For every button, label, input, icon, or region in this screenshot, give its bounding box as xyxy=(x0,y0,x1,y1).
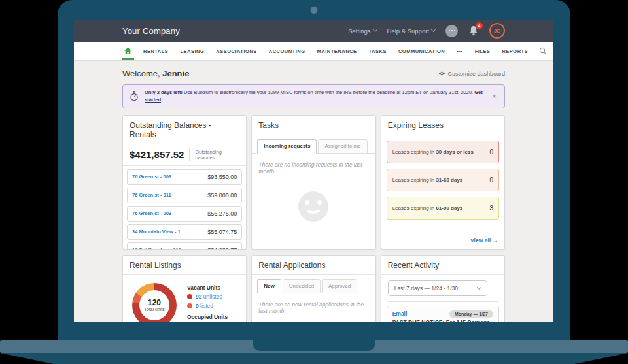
card-title: Rental Applications xyxy=(252,256,375,275)
settings-menu[interactable]: Settings xyxy=(348,27,376,35)
balance-amount: $93,550.00 xyxy=(207,174,237,180)
customize-dashboard-button[interactable]: Customize dashboard xyxy=(439,71,505,77)
total-units-value: 120 xyxy=(148,298,161,307)
welcome-heading: Welcome, Jennie xyxy=(122,69,189,78)
notifications-button[interactable]: 4 xyxy=(468,25,479,37)
property-link[interactable]: 13 Tall Tree Ave - 210 xyxy=(132,247,181,250)
property-link[interactable]: 76 Green st - 011 xyxy=(132,192,171,198)
table-row[interactable]: 13 Tall Tree Ave - 210 $34,932.77 xyxy=(127,242,242,250)
laptop-foot xyxy=(0,353,628,364)
balances-summary: $421,857.52 Outstanding balances xyxy=(123,144,246,166)
tab-new[interactable]: New xyxy=(257,279,281,293)
total-balance-label: Outstanding balances xyxy=(189,149,239,161)
chevron-down-icon xyxy=(431,27,436,32)
nav-item-communication[interactable]: COMMUNICATION xyxy=(392,42,451,60)
customize-label: Customize dashboard xyxy=(447,71,505,77)
filter-value: Last 7 days — 1/24 - 1/30 xyxy=(394,285,458,291)
nav-item-leasing[interactable]: LEASING xyxy=(174,42,210,60)
nav-item-tasks[interactable]: TASKS xyxy=(363,42,392,60)
nav-item-reports[interactable]: REPORTS xyxy=(496,42,534,60)
stopwatch-icon xyxy=(130,91,139,101)
deadline-alert-banner: Only 2 days left! Use Buildium to electr… xyxy=(122,84,505,108)
main-nav: RENTALS LEASING ASSOCIATIONS ACCOUNTING … xyxy=(74,42,553,61)
close-icon[interactable]: × xyxy=(491,93,498,100)
balance-amount: $59,800.00 xyxy=(207,192,237,199)
table-row[interactable]: 76 Green st - 009 $93,550.00 xyxy=(127,169,242,185)
units-donut-chart: 120 Total units xyxy=(132,283,177,322)
legend-group-title: Vacant Units xyxy=(187,284,228,291)
tab-undecided[interactable]: Undecided xyxy=(283,279,321,293)
property-link[interactable]: 34 Mountain View - 1 xyxy=(132,229,181,235)
view-all-link[interactable]: View all → xyxy=(470,237,498,244)
lease-count: 0 xyxy=(489,148,493,156)
nav-more-button[interactable]: ••• xyxy=(451,42,468,60)
orange-dot-icon xyxy=(187,303,192,308)
lease-row-61-90-days[interactable]: Leases expiring in 61-90 days 3 xyxy=(387,197,499,220)
list-item[interactable]: Email Monday — 1/27 PAST DUE NOTICE: For… xyxy=(387,306,499,322)
lease-count: 0 xyxy=(489,176,493,184)
lease-row-30-days[interactable]: Leases expiring in 30 days or less 0 xyxy=(387,141,499,163)
rental-applications-card: Rental Applications New Undecided Approv… xyxy=(251,255,375,322)
donut-center: 120 Total units xyxy=(139,290,169,320)
settings-label: Settings xyxy=(348,27,370,35)
card-title: Tasks xyxy=(252,116,375,135)
recent-activity-card: Recent Activity Last 7 days — 1/24 - 1/3… xyxy=(381,255,505,322)
balance-amount: $56,275.00 xyxy=(207,210,237,217)
top-bar-actions: Settings Help & Support 4 JG xyxy=(348,23,505,39)
table-row[interactable]: 76 Green st - 011 $59,800.00 xyxy=(127,188,242,203)
alert-bold-text: Only 2 days left! xyxy=(145,90,183,95)
webcam-icon xyxy=(311,7,318,14)
nav-item-accounting[interactable]: ACCOUNTING xyxy=(263,42,311,60)
tab-assigned-to-me[interactable]: Assigned to me xyxy=(318,139,367,154)
notification-badge: 4 xyxy=(476,22,483,29)
legend-group-title: Occupied Units xyxy=(187,314,228,320)
applications-tabs: New Undecided Approved xyxy=(252,275,375,293)
nav-item-files[interactable]: FILES xyxy=(469,42,497,60)
property-link[interactable]: 76 Green st - 009 xyxy=(132,174,171,180)
tasks-tabs: Incoming requests Assigned to me xyxy=(252,135,375,154)
help-support-menu[interactable]: Help & Support xyxy=(387,27,435,35)
top-bar: Your Company Settings Help & Support 4 xyxy=(74,20,553,42)
lease-label: Leases expiring in 61-90 days xyxy=(392,205,463,211)
applications-empty-message: There are no new rental applications in … xyxy=(252,293,375,314)
outstanding-balances-card: Outstanding Balances - Rentals $421,857.… xyxy=(122,115,247,250)
nav-item-maintenance[interactable]: MAINTENANCE xyxy=(311,42,363,60)
company-name: Your Company xyxy=(122,26,180,36)
tab-approved[interactable]: Approved xyxy=(322,279,357,293)
smiley-icon xyxy=(298,191,328,222)
gear-icon xyxy=(439,71,445,76)
expiring-leases-card: Expiring Leases Leases expiring in 30 da… xyxy=(381,115,505,250)
activity-date-filter[interactable]: Last 7 days — 1/24 - 1/30 xyxy=(388,280,487,296)
nav-item-home[interactable] xyxy=(118,42,137,60)
chevron-down-icon xyxy=(477,284,481,289)
lease-count: 3 xyxy=(489,205,493,212)
laptop-mockup: Your Company Settings Help & Support 4 xyxy=(0,0,628,364)
property-link[interactable]: 76 Green st - 003 xyxy=(132,210,171,216)
chevron-down-icon xyxy=(373,27,377,32)
tasks-card: Tasks Incoming requests Assigned to me T… xyxy=(251,115,375,250)
legend-item[interactable]: 9 listed xyxy=(187,303,228,309)
table-row[interactable]: 76 Green st - 003 $56,275.00 xyxy=(127,206,242,222)
lease-label: Leases expiring in 31-60 days xyxy=(392,177,463,183)
search-button[interactable] xyxy=(534,42,552,60)
total-units-label: Total units xyxy=(144,307,165,312)
donut-legend: Vacant Units 92 unlisted 9 listed xyxy=(187,283,228,322)
legend-item[interactable]: 92 unlisted xyxy=(187,293,228,300)
lease-row-31-60-days[interactable]: Leases expiring in 31-60 days 0 xyxy=(387,169,499,191)
laptop-notch xyxy=(253,340,375,351)
chat-icon[interactable] xyxy=(445,25,458,37)
activity-date-badge: Monday — 1/27 xyxy=(449,310,493,318)
card-title: Expiring Leases xyxy=(381,116,504,135)
lease-label: Leases expiring in 30 days or less xyxy=(392,149,474,155)
rental-listings-card: Rental Listings 120 Total units Vacant U… xyxy=(122,255,247,322)
tab-incoming-requests[interactable]: Incoming requests xyxy=(257,139,317,154)
nav-item-associations[interactable]: ASSOCIATIONS xyxy=(210,42,263,60)
nav-item-rentals[interactable]: RENTALS xyxy=(137,42,174,60)
balance-amount: $55,074.75 xyxy=(207,229,237,235)
activity-description: PAST DUE NOTICE: For 145 Carriage Road -… xyxy=(392,319,493,322)
activity-type-link[interactable]: Email xyxy=(392,310,408,317)
avatar[interactable]: JG xyxy=(489,23,505,39)
app-screen: Your Company Settings Help & Support 4 xyxy=(74,20,553,322)
table-row[interactable]: 34 Mountain View - 1 $55,074.75 xyxy=(127,224,242,240)
leases-footer: View all → xyxy=(381,233,504,249)
